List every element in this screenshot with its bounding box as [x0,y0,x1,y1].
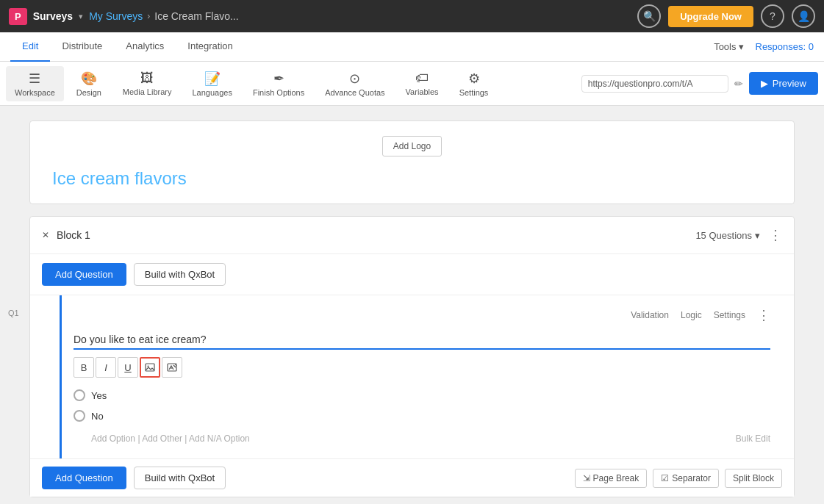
tools-chevron-icon: ▾ [739,41,744,52]
tab-distribute[interactable]: Distribute [50,32,114,62]
page-break-button[interactable]: ⇲ Page Break [575,469,648,488]
upgrade-button[interactable]: Upgrade Now [668,6,753,27]
finish-options-label: Finish Options [253,88,304,97]
underline-button[interactable]: U [118,357,138,378]
add-logo-button[interactable]: Add Logo [382,136,442,156]
edit-url-icon[interactable]: ✏ [731,75,746,93]
radio-yes[interactable] [74,389,85,401]
workspace-label: Workspace [15,88,55,97]
survey-header-card: Add Logo Ice cream flavors [29,120,795,204]
design-icon: 🎨 [81,71,97,87]
design-label: Design [76,88,101,97]
question-text-input[interactable] [74,331,770,350]
survey-title[interactable]: Ice cream flavors [52,168,772,189]
svg-line-4 [173,365,176,367]
link-button[interactable] [162,357,182,378]
tools-button[interactable]: Tools ▾ [714,41,743,52]
advance-quotas-icon: ⊙ [349,71,360,87]
question-number: Q1 [8,309,19,317]
survey-url[interactable]: https://questionpro.com/t/A [588,79,722,89]
option-yes-row: Yes [74,385,770,406]
finish-options-icon: ✒ [273,71,284,87]
question-meta-bar: Validation Logic Settings ⋮ [74,307,770,323]
build-qxbot-button-bottom[interactable]: Build with QxBot [134,467,226,489]
preview-play-icon: ▶ [761,78,768,89]
logic-button[interactable]: Logic [681,310,702,320]
edit-tabs-bar: Edit Distribute Analytics Integration To… [0,32,824,62]
option-no-label: No [91,411,104,422]
add-question-button-bottom[interactable]: Add Question [42,467,126,489]
media-library-icon: 🖼 [140,71,154,86]
tools-section: Tools ▾ Responses: 0 [714,41,814,52]
breadcrumb-arrow-icon: › [147,11,150,21]
tab-integration[interactable]: Integration [176,32,244,62]
main-content: Add Logo Ice cream flavors ✕ Block 1 15 … [0,106,824,504]
block-header-right: 15 Questions ▾ ⋮ [695,227,782,243]
question-container: Q1 Validation Logic Settings ⋮ B I U [30,295,794,458]
separator-icon: ☑ [661,473,669,483]
block-card: ✕ Block 1 15 Questions ▾ ⋮ Add Question … [29,216,795,497]
breadcrumb: My Surveys › Ice Cream Flavo... [89,10,631,22]
settings-label: Settings [459,88,489,97]
advance-quotas-label: Advance Quotas [325,88,384,97]
question-more-icon[interactable]: ⋮ [757,307,770,323]
tab-edit[interactable]: Edit [10,32,50,62]
svg-point-1 [148,366,149,367]
breadcrumb-my-surveys[interactable]: My Surveys [89,10,143,22]
image-button[interactable] [140,357,160,378]
toolbar-languages[interactable]: 📝 Languages [183,66,240,101]
responses-count: Responses: 0 [756,41,814,52]
variables-label: Variables [406,87,439,96]
logo-letter: P [15,11,21,22]
toolbar-workspace[interactable]: ☰ Workspace [6,66,64,101]
avatar-icon[interactable]: 👤 [792,4,815,28]
top-bar-right: 🔍 Upgrade Now ? 👤 [637,4,815,28]
split-block-button[interactable]: Split Block [725,469,782,488]
logo[interactable]: P [9,8,27,25]
option-yes-label: Yes [91,390,107,401]
separator-button[interactable]: ☑ Separator [653,469,719,488]
block-more-icon[interactable]: ⋮ [769,227,782,243]
questions-count-chevron-icon: ▾ [755,230,760,241]
build-qxbot-button-top[interactable]: Build with QxBot [134,263,226,286]
option-no-row: No [74,406,770,426]
formatting-toolbar: B I U [74,357,770,378]
media-library-label: Media Library [123,87,172,96]
questions-count[interactable]: 15 Questions ▾ [695,230,760,241]
svg-rect-0 [146,364,154,371]
toolbar-advance-quotas[interactable]: ⊙ Advance Quotas [316,66,393,101]
help-icon[interactable]: ? [761,4,784,28]
block-header: ✕ Block 1 15 Questions ▾ ⋮ [30,217,794,254]
question-settings-button[interactable]: Settings [714,310,745,320]
languages-label: Languages [192,88,232,97]
add-question-button-top[interactable]: Add Question [42,263,126,286]
block-title: Block 1 [57,229,90,241]
toolbar-media-library[interactable]: 🖼 Media Library [114,66,181,101]
surveys-menu-label[interactable]: Surveys [33,10,73,22]
toolbar-variables[interactable]: 🏷 Variables [397,66,448,101]
add-question-bar-top: Add Question Build with QxBot [30,254,794,295]
validation-button[interactable]: Validation [631,310,669,320]
variables-icon: 🏷 [415,71,429,86]
add-option-links: Add Option | Add Other | Add N/A Option [91,433,250,444]
toolbar-settings[interactable]: ⚙ Settings [451,66,498,101]
surveys-chevron-icon: ▾ [79,12,83,21]
top-bar: P Surveys ▾ My Surveys › Ice Cream Flavo… [0,0,824,32]
italic-button[interactable]: I [96,357,116,378]
tab-analytics[interactable]: Analytics [114,32,176,62]
toolbar-design[interactable]: 🎨 Design [67,66,111,101]
workspace-icon: ☰ [29,71,40,87]
url-bar: https://questionpro.com/t/A [581,75,728,93]
toolbar-finish-options[interactable]: ✒ Finish Options [244,66,313,101]
preview-button[interactable]: ▶ Preview [749,72,818,95]
bottom-right-actions: ⇲ Page Break ☑ Separator Split Block [575,469,782,488]
add-option-link[interactable]: Add Option [91,433,135,444]
add-na-link[interactable]: Add N/A Option [189,433,250,444]
settings-icon: ⚙ [468,71,480,87]
search-icon[interactable]: 🔍 [637,4,661,28]
bulk-edit-button[interactable]: Bulk Edit [736,433,770,444]
add-other-link[interactable]: Add Other [142,433,182,444]
radio-no[interactable] [74,410,85,422]
bold-button[interactable]: B [74,357,94,378]
collapse-icon[interactable]: ✕ [42,230,49,240]
